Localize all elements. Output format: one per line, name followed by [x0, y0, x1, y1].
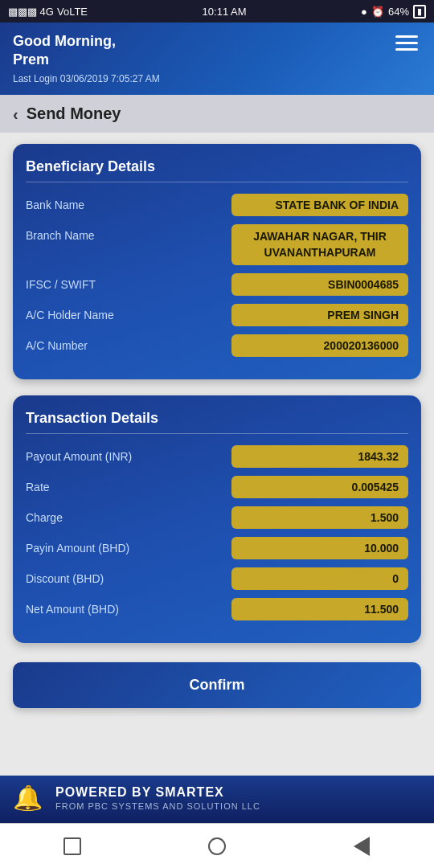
payin-value: 10.000 [231, 537, 408, 559]
holder-name-label: A/C Holder Name [26, 304, 122, 321]
ifsc-label: IFSC / SWIFT [26, 273, 122, 291]
greeting-text: Good Morning, Prem [13, 32, 160, 70]
circle-icon [208, 837, 226, 855]
recents-button[interactable] [56, 830, 88, 862]
page-title: Send Money [27, 104, 121, 123]
net-amount-value: 11.500 [231, 598, 408, 620]
ifsc-value: SBIN0004685 [231, 273, 408, 296]
payout-value: 1843.32 [231, 445, 408, 468]
rate-label: Rate [26, 476, 122, 493]
holder-name-value: PREM SINGH [231, 304, 408, 326]
charge-value: 1.500 [231, 506, 408, 529]
charge-label: Charge [26, 506, 122, 524]
triangle-icon [354, 837, 370, 856]
status-bar: ▩▩▩ 4G VoLTE 10:11 AM ● ⏰ 64% ▮ [0, 0, 434, 23]
last-login-text: Last Login 03/06/2019 7:05:27 AM [13, 73, 160, 84]
status-time: 10:11 AM [203, 6, 247, 18]
branch-name-row: Branch Name JAWAHAR NAGAR, THIR UVANANTH… [26, 224, 408, 265]
transaction-card-title: Transaction Details [26, 410, 408, 434]
main-content: Beneficiary Details Bank Name STATE BANK… [0, 133, 434, 776]
header-info: Good Morning, Prem Last Login 03/06/2019… [13, 32, 160, 84]
bank-name-value: STATE BANK OF INDIA [231, 194, 408, 216]
alarm-icon: ⏰ [371, 6, 384, 18]
transaction-card: Transaction Details Payout Amount (INR) … [13, 395, 421, 643]
branch-name-label: Branch Name [26, 224, 122, 242]
battery-icon: ▮ [413, 5, 426, 18]
bank-name-row: Bank Name STATE BANK OF INDIA [26, 194, 408, 216]
payout-label: Payout Amount (INR) [26, 445, 132, 463]
beneficiary-card: Beneficiary Details Bank Name STATE BANK… [13, 144, 421, 379]
ifsc-row: IFSC / SWIFT SBIN0004685 [26, 273, 408, 296]
volte-label: VoLTE [57, 6, 88, 18]
net-amount-label: Net Amount (BHD) [26, 598, 122, 616]
branch-name-value: JAWAHAR NAGAR, THIR UVANANTHAPURAM [231, 224, 408, 265]
beneficiary-card-title: Beneficiary Details [26, 158, 408, 182]
home-button[interactable] [201, 830, 233, 862]
hamburger-icon [395, 35, 418, 51]
payin-label: Payin Amount (BHD) [26, 537, 129, 555]
holder-name-row: A/C Holder Name PREM SINGH [26, 304, 408, 326]
ac-number-value: 200020136000 [231, 334, 408, 357]
app-header: Good Morning, Prem Last Login 03/06/2019… [0, 23, 434, 95]
net-amount-row: Net Amount (BHD) 11.500 [26, 598, 408, 620]
confirm-button[interactable]: Confirm [13, 662, 421, 708]
powered-by-text: POWERED BY SMARTEX [55, 785, 260, 800]
hamburger-menu-button[interactable] [392, 32, 421, 54]
charge-row: Charge 1.500 [26, 506, 408, 529]
rate-row: Rate 0.005425 [26, 476, 408, 498]
payout-row: Payout Amount (INR) 1843.32 [26, 445, 408, 468]
lock-icon: ● [361, 6, 367, 18]
back-navigation: ‹ Send Money [0, 95, 434, 133]
back-android-button[interactable] [346, 830, 378, 862]
app-footer: 🔔 POWERED BY SMARTEX FROM PBC SYSTEMS AN… [0, 776, 434, 823]
discount-value: 0 [231, 567, 408, 590]
rate-value: 0.005425 [231, 476, 408, 498]
footer-info: POWERED BY SMARTEX FROM PBC SYSTEMS AND … [55, 785, 260, 811]
android-nav-bar [0, 823, 434, 868]
bank-name-label: Bank Name [26, 194, 122, 211]
bell-icon: 🔔 [13, 784, 43, 812]
network-signal: ▩▩▩ 4G [8, 6, 54, 18]
from-text: FROM PBC SYSTEMS AND SOLUTION LLC [55, 801, 260, 811]
square-icon [63, 837, 81, 855]
battery-level: 64% [388, 6, 409, 18]
payin-row: Payin Amount (BHD) 10.000 [26, 537, 408, 559]
discount-label: Discount (BHD) [26, 567, 122, 585]
ac-number-row: A/C Number 200020136000 [26, 334, 408, 357]
back-button[interactable]: ‹ [13, 106, 18, 122]
status-left: ▩▩▩ 4G VoLTE [8, 6, 88, 18]
status-right: ● ⏰ 64% ▮ [361, 5, 426, 18]
ac-number-label: A/C Number [26, 334, 122, 352]
discount-row: Discount (BHD) 0 [26, 567, 408, 590]
